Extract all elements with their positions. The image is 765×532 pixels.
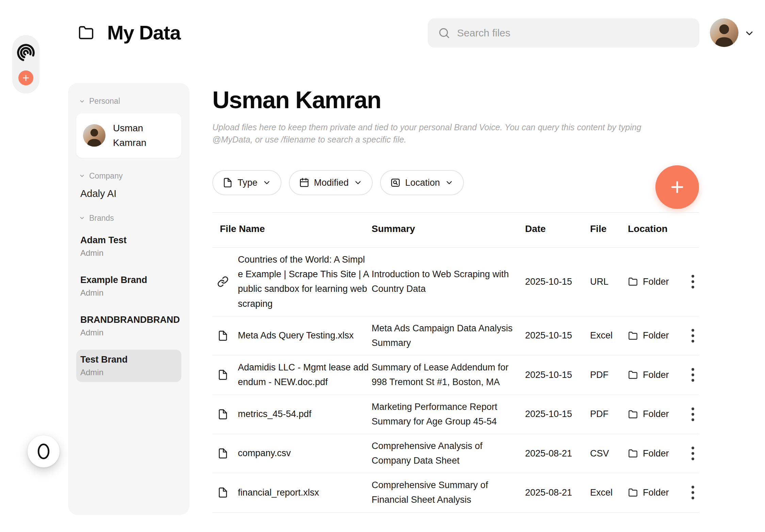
file-name: Countries of the World: A Simple Example…	[235, 252, 370, 311]
row-menu-button[interactable]	[687, 367, 699, 382]
column-header-date: Date	[525, 223, 588, 234]
search-input[interactable]	[457, 27, 699, 39]
filter-location-button[interactable]: Location	[380, 170, 464, 195]
row-menu-button[interactable]	[687, 328, 699, 343]
file-type: Excel	[590, 487, 626, 498]
sidebar-item-brand[interactable]: BRANDBRANDBRAND Admin	[76, 310, 181, 342]
add-file-button[interactable]	[655, 165, 699, 209]
chevron-down-icon	[79, 215, 85, 221]
file-icon	[223, 178, 233, 188]
filter-label: Location	[405, 178, 440, 188]
kebab-icon	[691, 446, 695, 461]
filter-bar: Type Modified Location	[212, 170, 464, 195]
file-date: 2025-10-15	[525, 370, 588, 380]
file-name: Adamidis LLC - Mgmt lease addendum - NEW…	[235, 360, 370, 389]
file-type: URL	[590, 277, 626, 287]
kebab-icon	[691, 485, 695, 500]
filter-type-button[interactable]: Type	[212, 170, 281, 195]
kebab-icon	[691, 407, 695, 422]
sidebar: Personal Usman Kamran Company Adaly AI B…	[68, 83, 190, 515]
file-date: 2025-10-15	[525, 330, 588, 341]
file-summary: Comprehensive Analysis of Company Data S…	[372, 439, 523, 468]
kebab-icon	[691, 328, 695, 343]
sidebar-item-company[interactable]: Adaly AI	[76, 188, 181, 199]
page-title: My Data	[107, 21, 180, 44]
sidebar-item-brand[interactable]: Test Brand Admin	[76, 350, 181, 382]
folder-icon	[628, 449, 638, 458]
app-header: My Data	[77, 21, 180, 44]
folder-icon	[628, 277, 638, 286]
rail-add-button[interactable]	[18, 70, 33, 85]
file-icon	[217, 487, 228, 498]
kebab-icon	[691, 274, 695, 289]
brand-role: Admin	[80, 368, 177, 377]
plus-icon	[21, 73, 30, 82]
file-icon	[217, 448, 228, 459]
chevron-down-icon	[79, 98, 85, 104]
file-icon	[217, 330, 228, 341]
file-location: Folder	[643, 487, 669, 498]
filter-label: Modified	[314, 178, 349, 188]
file-icon	[217, 369, 228, 380]
file-location: Folder	[643, 409, 669, 419]
chevron-down-icon	[445, 178, 454, 187]
file-date: 2025-10-15	[525, 277, 588, 287]
table-row[interactable]: company.csv Comprehensive Analysis of Co…	[212, 434, 699, 473]
plus-icon	[668, 178, 686, 196]
row-menu-button[interactable]	[687, 407, 699, 422]
row-menu-button[interactable]	[687, 485, 699, 500]
file-location: Folder	[643, 370, 669, 380]
brand-name: Example Brand	[80, 275, 177, 285]
sidebar-brand-list: Adam Test Admin Example Brand Admin BRAN…	[76, 230, 181, 382]
table-row[interactable]: metrics_45-54.pdf Marketing Performance …	[212, 395, 699, 434]
search-icon	[438, 27, 450, 39]
brand-role: Admin	[80, 288, 177, 298]
table-row[interactable]: Meta Ads Query Testing.xlsx Meta Ads Cam…	[212, 316, 699, 355]
folder-icon	[628, 488, 638, 497]
file-location: Folder	[643, 330, 669, 341]
sidebar-user-name: Usman Kamran	[113, 121, 167, 150]
sidebar-item-brand[interactable]: Example Brand Admin	[76, 270, 181, 302]
sidebar-section-company[interactable]: Company	[76, 171, 181, 181]
file-summary: Comprehensive Summary of Financial Sheet…	[372, 478, 523, 507]
chevron-down-icon	[354, 178, 362, 187]
file-location: Folder	[643, 448, 669, 459]
file-summary: Marketing Performance Report Summary for…	[372, 400, 523, 429]
row-menu-button[interactable]	[687, 274, 699, 289]
search-bar	[428, 18, 699, 48]
file-summary: Introduction to Web Scraping with Countr…	[372, 267, 523, 296]
file-icon	[217, 409, 228, 420]
row-menu-button[interactable]	[687, 446, 699, 461]
filter-modified-button[interactable]: Modified	[289, 170, 373, 195]
table-row[interactable]: Countries of the World: A Simple Example…	[212, 248, 699, 316]
file-name: metrics_45-54.pdf	[235, 407, 370, 421]
file-date: 2025-08-21	[525, 448, 588, 459]
sidebar-item-brand[interactable]: Adam Test Admin	[76, 230, 181, 263]
file-name: company.csv	[235, 446, 370, 461]
folder-icon	[77, 25, 95, 40]
file-type: PDF	[590, 370, 626, 380]
brand-name: BRANDBRANDBRAND	[80, 315, 177, 325]
chat-bubble-button[interactable]	[28, 435, 60, 467]
sidebar-section-brands[interactable]: Brands	[76, 214, 181, 223]
table-row[interactable]: financial_report.xlsx Comprehensive Summ…	[212, 473, 699, 512]
chevron-down-icon	[79, 173, 85, 179]
brand-role: Admin	[80, 328, 177, 337]
file-type: PDF	[590, 409, 626, 419]
sidebar-item-user[interactable]: Usman Kamran	[76, 113, 181, 158]
column-header-summary: Summary	[372, 223, 523, 234]
sidebar-section-personal[interactable]: Personal	[76, 97, 181, 106]
file-date: 2025-10-15	[525, 409, 588, 419]
table-row[interactable]: Adamidis LLC - Mgmt lease addendum - NEW…	[212, 355, 699, 395]
file-table: File Name Summary Date File Location Cou…	[212, 212, 699, 513]
app-logo[interactable]	[16, 43, 35, 62]
user-menu-chevron-icon[interactable]	[744, 28, 755, 39]
file-table-body: Countries of the World: A Simple Example…	[212, 248, 699, 513]
section-label: Brands	[89, 214, 114, 223]
user-avatar[interactable]	[710, 18, 738, 47]
avatar	[83, 124, 105, 147]
brand-name: Adam Test	[80, 235, 177, 246]
file-summary: Summary of Lease Addendum for 998 Tremon…	[372, 360, 523, 389]
chevron-down-icon	[262, 178, 271, 187]
filter-label: Type	[238, 178, 258, 188]
